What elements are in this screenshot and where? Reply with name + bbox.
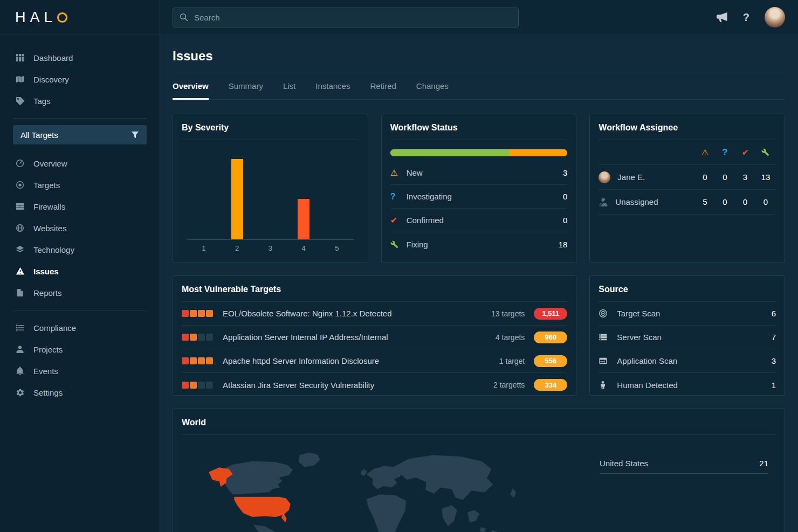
firewalls-icon [15,202,25,211]
tab-list[interactable]: List [283,73,295,99]
application-scan-icon [598,356,617,365]
card-title: Source [590,276,785,301]
workflow-row-label: Investigating [407,192,563,201]
events-icon [15,367,25,375]
tab-overview[interactable]: Overview [173,73,209,99]
vulnerable-row[interactable]: Apache httpd Server Information Disclosu… [182,349,567,373]
axis-tick: 1 [187,244,221,252]
card-title-divider [390,140,568,140]
sidebar-item-technology[interactable]: Technology [0,239,160,260]
sidebar-item-websites[interactable]: Websites [0,217,160,239]
severity-blocks [182,310,216,317]
sidebar-item-label: Projects [33,345,63,354]
card-title: By Severity [173,114,368,140]
sidebar-item-label: Tags [33,96,51,106]
assignee-row-unassigned[interactable]: Unassigned 5 0 0 0 [598,190,776,215]
help-icon[interactable]: ? [743,11,749,24]
tab-retired[interactable]: Retired [370,73,396,99]
world-map[interactable] [199,451,544,532]
source-label: Server Scan [617,333,771,342]
bar-slot [287,199,320,239]
severity-axis: 12345 [187,244,354,252]
source-row-server-scan[interactable]: Server Scan 7 [598,326,776,349]
target-scan-icon [598,309,617,318]
vulnerable-row[interactable]: Application Server Internal IP Address/I… [182,326,567,349]
question-icon: ? [715,147,735,158]
sidebar-item-compliance[interactable]: Compliance [0,317,160,338]
source-value: 3 [772,356,776,365]
severity-blocks [182,357,216,364]
count-pill: 960 [534,331,567,343]
tab-changes[interactable]: Changes [416,73,449,99]
search-input[interactable] [194,13,512,22]
severity-square [198,334,205,341]
workflow-row-confirmed[interactable]: ✔ Confirmed 0 [390,209,568,232]
workflow-row-fixing[interactable]: Fixing 18 [390,232,568,256]
topbar-actions: ? [716,7,785,27]
source-row-target-scan[interactable]: Target Scan 6 [598,302,776,326]
search-box[interactable] [173,8,519,27]
assignee-count: 0 [755,197,776,206]
halo-logo[interactable]: HAL [15,9,67,26]
sidebar-item-reports[interactable]: Reports [0,282,160,303]
assignee-row-jane[interactable]: Jane E. 0 0 3 13 [598,165,776,190]
sidebar-item-settings[interactable]: Settings [0,382,160,403]
workflow-row-new[interactable]: ⚠ New 3 [390,161,568,185]
workflow-progress-green [390,149,509,156]
issue-name: EOL/Obsolete Software: Nginx 1.12.x Dete… [223,309,491,318]
severity-bar-2[interactable] [231,159,243,239]
announcement-icon[interactable] [716,12,728,22]
sidebar-item-targets[interactable]: Targets [0,174,160,196]
app-root: HAL ? Dashboard [0,0,798,532]
sidebar-item-projects[interactable]: Projects [0,338,160,360]
unassigned-icon [598,197,608,207]
jane-avatar [598,171,610,183]
severity-square [190,357,197,364]
sidebar-item-tags[interactable]: Tags [0,90,160,112]
vulnerable-row[interactable]: Atlassian Jira Server Security Vulnerabi… [182,373,567,396]
vulnerable-row[interactable]: EOL/Obsolete Software: Nginx 1.12.x Dete… [182,302,567,326]
severity-square [198,357,205,364]
source-value: 7 [772,333,776,342]
assignee-count: 0 [715,197,735,206]
page-title: Issues [173,49,785,64]
source-row-human-detected[interactable]: Human Detected 1 [598,373,776,396]
assignee-name: Unassigned [615,197,658,206]
source-rows: Target Scan 6 Server Scan 7 [598,302,776,396]
tab-summary[interactable]: Summary [229,73,263,99]
severity-square [206,334,213,341]
workflow-row-value: 3 [563,168,567,177]
country-row-united-states[interactable]: United States 21 [600,453,768,474]
severity-bar-4[interactable] [298,199,309,239]
overview-icon [15,159,25,168]
target-count: 4 targets [496,333,525,342]
sidebar-item-label: Targets [33,181,60,190]
workflow-row-investigating[interactable]: ? Investigating 0 [390,185,568,209]
assignee-count: 5 [695,197,715,206]
workflow-row-value: 18 [559,240,568,249]
sidebar-item-discovery[interactable]: Discovery [0,68,160,90]
sidebar-item-dashboard[interactable]: Dashboard [0,47,160,68]
source-row-application-scan[interactable]: Application Scan 3 [598,349,776,373]
severity-square [182,310,189,317]
sidebar-item-firewalls[interactable]: Firewalls [0,196,160,217]
sidebar-item-label: Issues [33,267,59,276]
axis-tick: 3 [253,244,287,252]
check-icon: ✔ [390,215,407,225]
severity-square [198,310,205,317]
workflow-progress-amber [509,149,567,156]
issues-icon [15,267,25,275]
projects-icon [15,345,25,354]
severity-square [198,382,205,389]
sidebar-divider [13,118,147,119]
user-avatar[interactable] [765,7,785,27]
logo-text: HAL [15,9,57,26]
sidebar-item-label: Overview [33,159,67,168]
topbar: ? [160,0,798,35]
target-filter-select[interactable]: All Targets [13,125,147,144]
sidebar-item-events[interactable]: Events [0,360,160,382]
tab-instances[interactable]: Instances [315,73,350,99]
sidebar-item-overview[interactable]: Overview [0,153,160,174]
logo-o-ring [57,12,67,23]
sidebar-item-issues[interactable]: Issues [0,260,160,282]
